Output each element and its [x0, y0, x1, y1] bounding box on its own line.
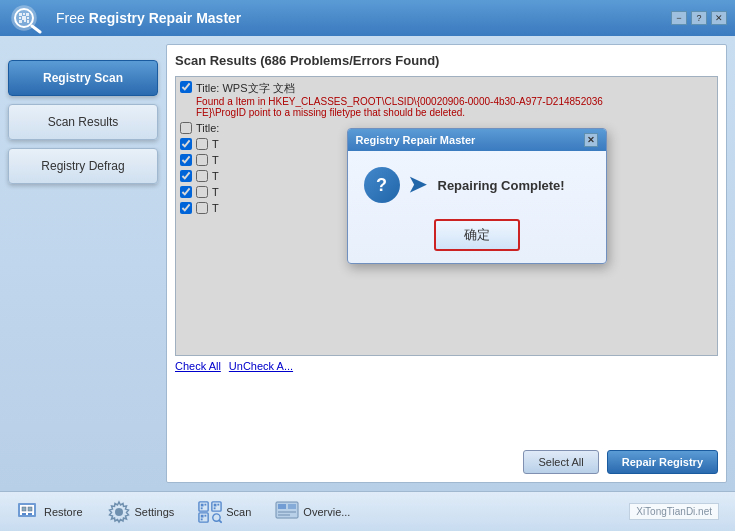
svg-point-18 — [115, 508, 123, 516]
svg-rect-7 — [22, 16, 26, 20]
dialog-footer: 确定 — [348, 215, 606, 263]
help-button[interactable]: ? — [691, 11, 707, 25]
sidebar-item-scan-results[interactable]: Scan Results — [8, 104, 158, 140]
action-buttons: Select All Repair Registry — [523, 450, 718, 474]
toolbar-settings[interactable]: Settings — [107, 500, 175, 524]
sidebar-item-registry-scan[interactable]: Registry Scan — [8, 60, 158, 96]
svg-rect-17 — [28, 513, 32, 515]
svg-rect-4 — [23, 13, 25, 15]
close-button[interactable]: ✕ — [711, 11, 727, 25]
dialog-overlay: Registry Repair Master ✕ ? ➤ Repairing C… — [176, 77, 717, 355]
svg-rect-10 — [24, 20, 26, 22]
svg-rect-11 — [27, 20, 29, 23]
toolbar-overview-label: Overvie... — [303, 506, 350, 518]
svg-rect-9 — [19, 20, 22, 23]
window-controls: − ? ✕ — [671, 11, 727, 25]
svg-rect-34 — [278, 504, 286, 509]
uncheck-all-link[interactable]: UnCheck A... — [229, 360, 293, 372]
restore-icon — [16, 500, 40, 524]
svg-rect-20 — [201, 503, 204, 506]
dialog-close-button[interactable]: ✕ — [584, 133, 598, 147]
svg-rect-36 — [278, 511, 296, 513]
dialog-message: Repairing Complete! — [438, 178, 565, 193]
svg-rect-5 — [26, 13, 29, 16]
svg-rect-29 — [205, 514, 207, 516]
svg-rect-14 — [22, 507, 26, 511]
toolbar-scan[interactable]: Scan — [198, 500, 251, 524]
svg-rect-23 — [212, 501, 221, 510]
svg-rect-21 — [205, 503, 207, 505]
svg-rect-35 — [288, 504, 296, 509]
svg-rect-26 — [214, 507, 216, 509]
dialog-titlebar: Registry Repair Master ✕ — [348, 129, 606, 151]
svg-line-2 — [32, 26, 40, 32]
select-all-button[interactable]: Select All — [523, 450, 598, 474]
dialog-confirm-button[interactable]: 确定 — [434, 219, 520, 251]
svg-rect-25 — [218, 503, 220, 505]
results-list[interactable]: Title: WPS文字 文档 Found a Item in HKEY_CLA… — [175, 76, 718, 356]
toolbar: Restore Settings — [0, 491, 735, 531]
app-title: FreeRegistry Repair Master — [56, 10, 671, 26]
svg-rect-6 — [19, 17, 21, 19]
dialog-title: Registry Repair Master — [356, 134, 476, 146]
title-bar: FreeRegistry Repair Master − ? ✕ — [0, 0, 735, 36]
app-window: FreeRegistry Repair Master − ? ✕ Registr… — [0, 0, 735, 531]
svg-rect-22 — [201, 507, 203, 509]
toolbar-overview[interactable]: Overvie... — [275, 500, 350, 524]
toolbar-settings-label: Settings — [135, 506, 175, 518]
minimize-button[interactable]: − — [671, 11, 687, 25]
dialog-question-icon: ? — [364, 167, 400, 203]
dialog-arrow-icon: ➤ — [408, 172, 426, 198]
main-container: Registry Scan Scan Results Registry Defr… — [0, 36, 735, 491]
svg-rect-15 — [28, 507, 32, 511]
dialog-body: ? ➤ Repairing Complete! — [348, 151, 606, 215]
toolbar-restore-label: Restore — [44, 506, 83, 518]
sidebar-item-registry-defrag[interactable]: Registry Defrag — [8, 148, 158, 184]
svg-rect-19 — [199, 501, 208, 510]
svg-line-32 — [220, 520, 222, 522]
svg-rect-16 — [22, 513, 26, 515]
sidebar: Registry Scan Scan Results Registry Defr… — [8, 44, 158, 483]
watermark: XiTongTianDi.net — [629, 503, 719, 520]
dialog: Registry Repair Master ✕ ? ➤ Repairing C… — [347, 128, 607, 264]
svg-rect-3 — [19, 13, 22, 16]
scan-icon — [198, 500, 222, 524]
overview-icon — [275, 500, 299, 524]
page-title: Scan Results (686 Problems/Errors Found) — [175, 53, 718, 68]
content-panel: Scan Results (686 Problems/Errors Found)… — [166, 44, 727, 483]
svg-rect-28 — [201, 514, 204, 517]
bottom-links: Check All UnCheck A... — [175, 360, 718, 372]
toolbar-restore[interactable]: Restore — [16, 500, 83, 524]
toolbar-scan-label: Scan — [226, 506, 251, 518]
settings-icon — [107, 500, 131, 524]
svg-rect-37 — [278, 514, 290, 516]
svg-rect-24 — [214, 503, 217, 506]
svg-rect-8 — [27, 17, 29, 19]
app-logo — [8, 2, 48, 34]
check-all-link[interactable]: Check All — [175, 360, 221, 372]
repair-registry-button[interactable]: Repair Registry — [607, 450, 718, 474]
svg-rect-30 — [201, 518, 203, 520]
